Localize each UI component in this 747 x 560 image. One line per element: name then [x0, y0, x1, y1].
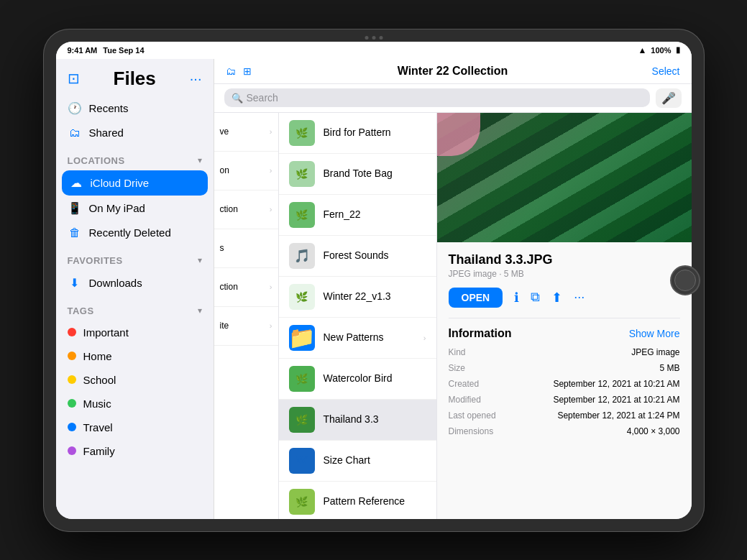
- breadcrumb-item-bc3[interactable]: ction ›: [214, 191, 278, 229]
- sidebar-item-tag-travel[interactable]: Travel: [56, 416, 214, 439]
- preview-image: [437, 113, 692, 242]
- sidebar-item-tag-music[interactable]: Music: [56, 392, 214, 416]
- tag-label-travel: Travel: [83, 421, 113, 433]
- locations-label: Locations: [68, 155, 125, 166]
- mic-btn[interactable]: 🎤: [656, 88, 682, 108]
- file-name-f1: Bird for Pattern: [324, 126, 391, 139]
- breadcrumb-item-bc4[interactable]: s: [214, 229, 278, 268]
- icloud-label: iCloud Drive: [91, 177, 150, 189]
- breadcrumb-item-bc1[interactable]: ve ›: [214, 113, 278, 152]
- file-item-f8[interactable]: 🌿 Thailand 3.3: [279, 400, 436, 441]
- breadcrumb-item-bc6[interactable]: ite ›: [214, 307, 278, 346]
- file-name-f5: Winter 22_v1.3: [324, 290, 391, 303]
- sidebar-item-tag-school[interactable]: School: [56, 368, 214, 392]
- open-button[interactable]: OPEN: [449, 288, 503, 308]
- file-item-f10[interactable]: 🌿 Pattern Reference: [279, 482, 436, 519]
- breadcrumb-label: ite: [220, 321, 229, 331]
- favorites-label: Favorites: [68, 255, 123, 266]
- ipad-screen: 9:41 AM Tue Sep 14 ▲ 100% ▮ ⊡ Files ··· …: [56, 42, 692, 519]
- file-thumb-f8: 🌿: [289, 407, 315, 433]
- favorites-section-header: Favorites ▾: [56, 245, 214, 270]
- shared-icon: 🗂: [68, 127, 82, 139]
- file-item-f3[interactable]: 🌿 Fern_22: [279, 195, 436, 236]
- app-area: ⊡ Files ··· 🕐 Recents 🗂 Shared Locations…: [56, 59, 692, 519]
- sidebar-item-tag-home[interactable]: Home: [56, 344, 214, 368]
- info-value: JPEG image: [631, 347, 679, 357]
- info-row-size: Size 5 MB: [449, 363, 680, 373]
- breadcrumb-label: ction: [220, 204, 238, 214]
- file-name-f4: Forest Sounds: [324, 249, 389, 262]
- breadcrumb-chevron: ›: [270, 166, 272, 175]
- grid-view-btn[interactable]: ⊞: [243, 65, 252, 77]
- content-area: ve › on › ction › s ction › ite › 🌿 Bird…: [214, 113, 692, 519]
- file-name-f6: New Patterns: [324, 331, 384, 344]
- info-key: Size: [449, 363, 465, 373]
- tag-dot-travel: [68, 423, 76, 431]
- sidebar-item-tag-important[interactable]: Important: [56, 321, 214, 344]
- share-icon[interactable]: ⬆: [551, 290, 562, 306]
- status-right: ▲ 100% ▮: [638, 45, 679, 55]
- breadcrumb-label: on: [220, 165, 229, 175]
- info-icon[interactable]: ℹ: [514, 290, 519, 306]
- file-area: 🗂 ⊞ Winter 22 Collection Select 🔍 Search…: [214, 59, 692, 519]
- recents-label: Recents: [89, 102, 129, 114]
- sidebar-item-shared[interactable]: 🗂 Shared: [56, 121, 214, 145]
- info-row-dimensions: Dimensions 4,000 × 3,000: [449, 426, 680, 436]
- more-options-icon[interactable]: ···: [190, 70, 202, 87]
- folder-icon-btn[interactable]: 🗂: [226, 65, 236, 77]
- status-left: 9:41 AM Tue Sep 14: [68, 46, 145, 55]
- sidebar-item-tag-family[interactable]: Family: [56, 439, 214, 463]
- breadcrumb-item-bc2[interactable]: on ›: [214, 152, 278, 191]
- tag-label-family: Family: [83, 445, 115, 457]
- nav-right-buttons: Select: [637, 65, 680, 78]
- info-row-last-opened: Last opened September 12, 2021 at 1:24 P…: [449, 410, 680, 421]
- sidebar-item-downloads[interactable]: ⬇ Downloads: [56, 270, 214, 295]
- file-item-f2[interactable]: 🌿 Brand Tote Bag: [279, 154, 436, 195]
- tags-label: Tags: [68, 306, 94, 316]
- sidebar-item-recently-deleted[interactable]: 🗑 Recently Deleted: [56, 221, 214, 245]
- file-item-f9[interactable]: W Size Chart: [279, 441, 436, 482]
- preview-filetype: JPEG image · 5 MB: [449, 269, 680, 279]
- image-thumb: 🌿: [295, 373, 308, 385]
- file-name-f9: Size Chart: [324, 454, 370, 467]
- copy-icon[interactable]: ⧉: [531, 290, 540, 305]
- nav-header: 🗂 ⊞ Winter 22 Collection Select: [214, 59, 692, 84]
- home-button-inner: [674, 270, 696, 291]
- tag-dot-home: [68, 352, 76, 360]
- tag-dot-music: [68, 399, 76, 408]
- file-item-f4[interactable]: 🎵 Forest Sounds: [279, 236, 436, 277]
- nav-left-buttons: 🗂 ⊞: [226, 65, 269, 77]
- downloads-label: Downloads: [89, 277, 142, 289]
- breadcrumb-label: ve: [220, 127, 229, 137]
- file-thumb-f5: 🌿: [289, 284, 315, 310]
- select-btn[interactable]: Select: [652, 65, 680, 77]
- search-box[interactable]: 🔍 Search: [224, 88, 650, 107]
- sidebar-item-recents[interactable]: 🕐 Recents: [56, 96, 214, 121]
- preview-image-container: [437, 113, 692, 242]
- file-item-f5[interactable]: 🌿 Winter 22_v1.3: [279, 277, 436, 318]
- favorites-chevron[interactable]: ▾: [198, 255, 202, 265]
- file-item-f1[interactable]: 🌿 Bird for Pattern: [279, 113, 436, 154]
- sidebar-item-icloud-drive[interactable]: ☁ iCloud Drive: [62, 170, 208, 196]
- home-button[interactable]: [670, 265, 700, 295]
- file-item-f7[interactable]: 🌿 Watercolor Bird: [279, 359, 436, 400]
- file-thumb-f10: 🌿: [289, 489, 315, 515]
- more-icon[interactable]: ···: [574, 290, 585, 305]
- breadcrumb-item-bc5[interactable]: ction ›: [214, 268, 278, 307]
- info-value: September 12, 2021 at 10:21 AM: [553, 379, 679, 389]
- file-thumb-f4: 🎵: [289, 243, 315, 269]
- download-icon: ⬇: [68, 276, 82, 290]
- tags-chevron[interactable]: ▾: [198, 306, 202, 316]
- sidebar-item-on-my-ipad[interactable]: 📱 On My iPad: [56, 196, 214, 221]
- file-items: 🌿 Bird for Pattern 🌿 Brand Tote Bag 🌿 Fe…: [279, 113, 436, 519]
- icloud-icon: ☁: [69, 176, 83, 190]
- sidebar-toggle-icon[interactable]: ⊡: [68, 70, 80, 87]
- file-item-f6[interactable]: 📁 New Patterns ›: [279, 318, 436, 359]
- locations-chevron[interactable]: ▾: [198, 155, 202, 165]
- info-title: Information: [449, 327, 512, 340]
- image-thumb: 🌿: [295, 496, 308, 508]
- info-rows: Kind JPEG image Size 5 MB Created Septem…: [449, 347, 680, 436]
- show-more-button[interactable]: Show More: [629, 328, 680, 339]
- info-value: 5 MB: [659, 363, 679, 373]
- info-row-created: Created September 12, 2021 at 10:21 AM: [449, 379, 680, 389]
